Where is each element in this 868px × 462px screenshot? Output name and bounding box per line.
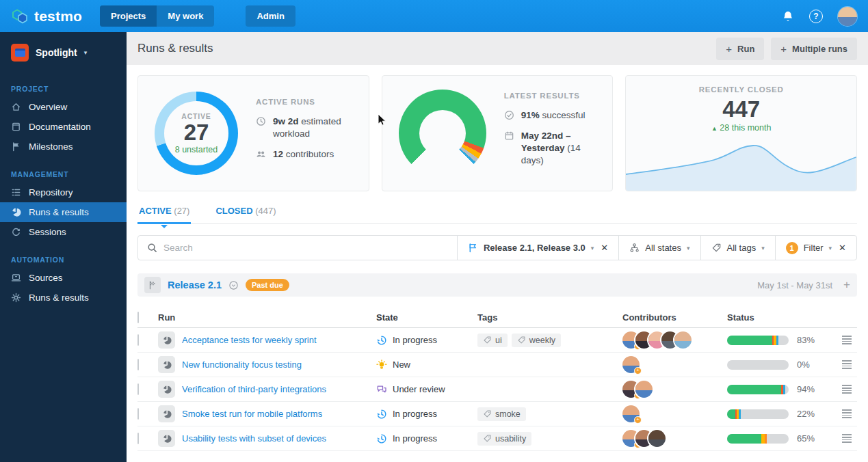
brand[interactable]: testmo bbox=[11, 8, 82, 25]
row-menu-icon[interactable] bbox=[842, 360, 852, 368]
milestone-title[interactable]: Release 2.1 bbox=[168, 280, 222, 290]
contributor-avatar[interactable] bbox=[674, 331, 692, 349]
recently-closed-value: 447 bbox=[626, 95, 856, 123]
recently-closed-card: RECENTLY CLOSED 447 ▲ 28 this month bbox=[625, 75, 857, 191]
bell-icon[interactable] bbox=[782, 10, 794, 23]
chevron-down-icon: ▾ bbox=[829, 245, 832, 252]
run-tags: smoke bbox=[477, 407, 622, 421]
state-label: Under review bbox=[393, 384, 445, 394]
card-title: LATEST RESULTS bbox=[504, 92, 596, 100]
sidebar-item-documentation[interactable]: Documentation bbox=[0, 117, 127, 137]
table-row: Usability tests with subset of devicesIn… bbox=[137, 426, 857, 451]
stat-contributors: 12 contributors bbox=[256, 148, 352, 161]
brand-name: testmo bbox=[34, 8, 82, 25]
contributor-avatar[interactable] bbox=[648, 430, 666, 447]
tag-pill[interactable]: usability bbox=[477, 432, 531, 446]
sidebar-item-milestones[interactable]: Milestones bbox=[0, 137, 127, 157]
milestone-group-header: Release 2.1 Past due May 1st - May 31st … bbox=[137, 273, 857, 297]
status-percent: 22% bbox=[797, 409, 823, 419]
contributor-avatar[interactable] bbox=[635, 381, 653, 398]
help-icon[interactable]: ? bbox=[809, 10, 823, 23]
sidebar-section: PROJECTOverviewDocumentationMilestones bbox=[0, 82, 127, 157]
tag-pill[interactable]: ui bbox=[477, 334, 508, 347]
search-input[interactable] bbox=[163, 243, 448, 253]
table-row: Smoke test run for mobile platformsIn pr… bbox=[137, 402, 857, 426]
sidebar-item-overview[interactable]: Overview bbox=[0, 97, 127, 117]
run-link[interactable]: New functionality focus testing bbox=[182, 359, 302, 370]
row-checkbox[interactable] bbox=[137, 433, 139, 444]
filter-count-badge: 1 bbox=[786, 242, 798, 254]
table-header: Run State Tags Contributors Status bbox=[137, 307, 857, 328]
sidebar-item-sources[interactable]: Sources bbox=[0, 268, 127, 288]
tab-closed[interactable]: CLOSED (447) bbox=[214, 200, 277, 223]
row-checkbox[interactable] bbox=[137, 408, 139, 420]
milestone-filter[interactable]: Release 2.1, Release 3.0 ▾ ✕ bbox=[457, 236, 618, 260]
row-menu-icon[interactable] bbox=[842, 336, 852, 344]
run-icon bbox=[158, 430, 175, 447]
status-percent: 0% bbox=[797, 359, 823, 370]
pie-icon bbox=[162, 385, 172, 394]
run-link[interactable]: Verification of third-party integrations bbox=[182, 384, 326, 394]
run-link[interactable]: Acceptance tests for weekly sprint bbox=[182, 335, 317, 345]
clear-filter-icon[interactable]: ✕ bbox=[839, 243, 846, 253]
contributor-avatar[interactable]: + bbox=[622, 405, 640, 422]
sidebar-item-runs-results[interactable]: Runs & results bbox=[0, 288, 127, 308]
states-filter[interactable]: All states ▾ bbox=[618, 236, 700, 260]
chat-icon bbox=[376, 384, 387, 395]
user-avatar[interactable] bbox=[838, 7, 857, 26]
nav-tab-admin[interactable]: Admin bbox=[246, 5, 295, 27]
multiple-runs-button[interactable]: +Multiple runs bbox=[771, 38, 857, 60]
table-row: Acceptance tests for weekly sprintIn pro… bbox=[137, 328, 857, 353]
project-switcher[interactable]: Spotlight ▾ bbox=[0, 32, 127, 71]
plus-icon: + bbox=[780, 43, 787, 55]
sidebar-item-repository[interactable]: Repository bbox=[0, 182, 127, 202]
sidebar-item-sessions[interactable]: Sessions bbox=[0, 222, 127, 242]
run-icon bbox=[158, 381, 175, 398]
nav-tab-projects[interactable]: Projects bbox=[100, 5, 157, 27]
tags-filter[interactable]: All tags ▾ bbox=[700, 236, 775, 260]
stat-cards: ACTIVE 27 8 unstarted ACTIVE RUNS 9w 2d … bbox=[137, 75, 857, 191]
select-all-checkbox[interactable] bbox=[137, 312, 139, 323]
tab-active[interactable]: ACTIVE (27) bbox=[137, 200, 191, 223]
page-header: Runs & results +Run +Multiple runs bbox=[127, 32, 868, 65]
tag-label: ui bbox=[495, 336, 502, 345]
row-menu-icon[interactable] bbox=[842, 434, 852, 442]
run-state: In progress bbox=[376, 409, 477, 420]
tag-pill[interactable]: smoke bbox=[477, 407, 526, 421]
filter-menu[interactable]: 1 Filter ▾ ✕ bbox=[775, 236, 856, 260]
milestone-chevron-circle-icon[interactable] bbox=[228, 280, 239, 290]
run-contributors: + bbox=[622, 356, 727, 373]
status-progress-bar bbox=[727, 434, 789, 444]
run-link[interactable]: Smoke test run for mobile platforms bbox=[182, 409, 322, 419]
run-state: Under review bbox=[376, 384, 477, 395]
run-status: 65% bbox=[727, 433, 857, 444]
sidebar-section: AUTOMATIONSourcesRuns & results bbox=[0, 253, 127, 308]
donut-center-sub: 8 unstarted bbox=[175, 145, 218, 154]
row-checkbox[interactable] bbox=[137, 359, 139, 370]
sidebar-item-runs-results[interactable]: Runs & results bbox=[0, 202, 127, 222]
run-tags: uiweekly bbox=[477, 334, 622, 347]
sidebar: Spotlight ▾ PROJECTOverviewDocumentation… bbox=[0, 32, 127, 462]
state-label: New bbox=[393, 359, 410, 370]
nav-tab-my-work[interactable]: My work bbox=[157, 5, 214, 27]
row-menu-icon[interactable] bbox=[842, 385, 852, 393]
tag-pill[interactable]: weekly bbox=[512, 334, 561, 347]
row-checkbox[interactable] bbox=[137, 334, 139, 346]
flag-icon bbox=[11, 141, 21, 152]
table-body: Acceptance tests for weekly sprintIn pro… bbox=[137, 328, 857, 451]
pie-icon bbox=[11, 207, 21, 217]
clear-milestone-filter-icon[interactable]: ✕ bbox=[601, 243, 608, 253]
run-button[interactable]: +Run bbox=[716, 38, 764, 60]
page-title: Runs & results bbox=[137, 42, 213, 55]
pie-icon bbox=[162, 409, 172, 419]
add-run-to-milestone-icon[interactable]: + bbox=[843, 278, 850, 292]
tag-icon bbox=[517, 336, 526, 344]
row-menu-icon[interactable] bbox=[842, 409, 852, 418]
chevron-down-icon: ▾ bbox=[84, 49, 88, 56]
status-progress-bar bbox=[727, 385, 789, 394]
run-link[interactable]: Usability tests with subset of devices bbox=[182, 433, 326, 444]
main-area: Runs & results +Run +Multiple runs ACTIV… bbox=[127, 32, 868, 462]
contributor-avatar[interactable]: + bbox=[622, 356, 640, 373]
runs-tabs: ACTIVE (27)CLOSED (447) bbox=[137, 200, 857, 224]
row-checkbox[interactable] bbox=[137, 383, 139, 395]
